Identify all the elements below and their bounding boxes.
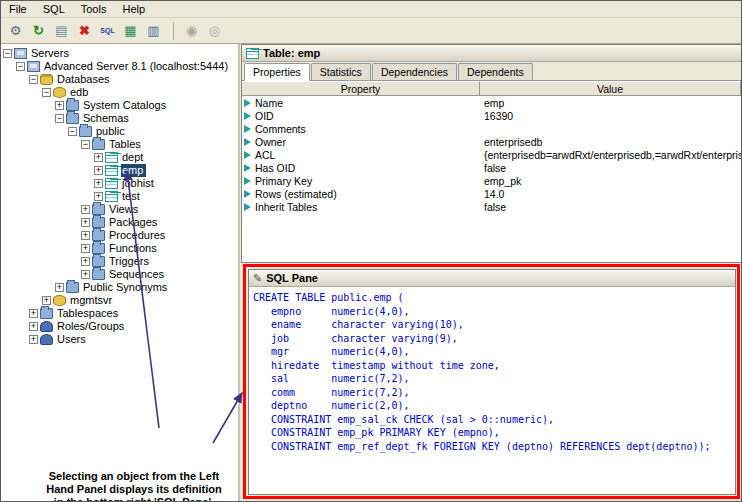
expander-icon[interactable] [81, 270, 90, 279]
expander-icon[interactable] [68, 127, 77, 136]
expander-icon[interactable] [94, 153, 103, 162]
tree-item-servers[interactable]: Servers [1, 47, 238, 60]
menu-file[interactable]: File [1, 2, 35, 16]
tree-item-schemas[interactable]: Schemas [1, 112, 238, 125]
tree-item-label-selected: emp [121, 164, 146, 177]
tree-item-jobhist[interactable]: jobhist [1, 177, 238, 190]
column-header-property[interactable]: Property [242, 81, 480, 96]
sql-line: deptno numeric(2,0), [253, 399, 733, 413]
tree-item-system-catalogs[interactable]: System Catalogs [1, 99, 238, 112]
expander-icon[interactable] [94, 179, 103, 188]
tree-item-users[interactable]: Users [1, 333, 238, 346]
tree-item-tables[interactable]: Tables [1, 138, 238, 151]
menu-help[interactable]: Help [114, 2, 153, 16]
property-icon [244, 112, 251, 120]
tree-item-tablespaces[interactable]: Tablespaces [1, 307, 238, 320]
tree-item-label: jobhist [121, 177, 157, 190]
tree-item-roles-groups[interactable]: Roles/Groups [1, 320, 238, 333]
tree-item-edb[interactable]: edb [1, 86, 238, 99]
property-row[interactable]: Inherit Tablesfalse [242, 200, 741, 213]
tab-properties[interactable]: Properties [244, 63, 310, 81]
property-row[interactable]: Nameemp [242, 96, 741, 109]
expander-icon[interactable] [29, 309, 38, 318]
table-icon [105, 191, 118, 202]
property-value: 16390 [480, 110, 741, 122]
view-data-button[interactable]: ▦ [120, 20, 142, 42]
database-icon [53, 87, 66, 98]
sql-line: comm numeric(7,2), [253, 386, 733, 400]
property-value: emp [480, 97, 741, 109]
tab-statistics[interactable]: Statistics [311, 63, 371, 80]
expander-icon[interactable] [81, 205, 90, 214]
toolbar: ⚙ ↻ ▤ ✖ SQL ▦ ▥ ◉ ◎ [1, 18, 741, 44]
refresh-button[interactable]: ↻ [28, 20, 50, 42]
tree-item-public[interactable]: public [1, 125, 238, 138]
expander-icon[interactable] [81, 140, 90, 149]
tree-item-sequences[interactable]: Sequences [1, 268, 238, 281]
expander-icon[interactable] [81, 244, 90, 253]
query-tool-button[interactable]: SQL [97, 20, 119, 42]
tree-item-mgmtsvr[interactable]: mgmtsvr [1, 294, 238, 307]
tree-item-functions[interactable]: Functions [1, 242, 238, 255]
folder-icon [66, 113, 79, 124]
tree-item-label: Tablespaces [56, 307, 121, 320]
expander-icon[interactable] [3, 49, 12, 58]
disabled-icon: ◎ [209, 24, 220, 37]
property-row[interactable]: Comments [242, 122, 741, 135]
menu-sql[interactable]: SQL [35, 2, 73, 16]
folder-icon [40, 308, 53, 319]
expander-icon[interactable] [55, 283, 64, 292]
tree-item-views[interactable]: Views [1, 203, 238, 216]
property-row[interactable]: Has OIDfalse [242, 161, 741, 174]
menu-tools[interactable]: Tools [73, 2, 115, 16]
property-value: enterprisedb [480, 136, 741, 148]
properties-button[interactable]: ▤ [51, 20, 73, 42]
expander-icon[interactable] [94, 192, 103, 201]
property-row[interactable]: Rows (estimated)14.0 [242, 187, 741, 200]
delete-icon: ✖ [79, 24, 90, 37]
expander-icon[interactable] [81, 231, 90, 240]
expander-icon[interactable] [42, 296, 51, 305]
expander-icon[interactable] [94, 166, 103, 175]
tree-item-dept[interactable]: dept [1, 151, 238, 164]
expander-icon[interactable] [29, 322, 38, 331]
property-row[interactable]: OID16390 [242, 109, 741, 122]
tree-item-label: mgmtsvr [69, 294, 115, 307]
expander-icon[interactable] [16, 62, 25, 71]
tree-item-label: Databases [56, 73, 113, 86]
sql-content[interactable]: CREATE TABLE public.emp ( empno numeric(… [249, 287, 735, 453]
table-data-icon: ▦ [124, 24, 136, 37]
tree-item-public-synonyms[interactable]: Public Synonyms [1, 281, 238, 294]
tab-dependents[interactable]: Dependents [458, 63, 533, 80]
property-value: false [480, 162, 741, 174]
tree-item-databases[interactable]: Databases [1, 73, 238, 86]
expander-icon[interactable] [42, 88, 51, 97]
expander-icon[interactable] [29, 75, 38, 84]
tree-item-label: Views [108, 203, 141, 216]
expander-icon[interactable] [81, 218, 90, 227]
property-value: {enterprisedb=arwdRxt/enterprisedb,=arwd… [480, 149, 741, 161]
tab-dependencies[interactable]: Dependencies [372, 63, 457, 80]
property-name: Primary Key [255, 175, 312, 187]
property-name: Owner [255, 136, 286, 148]
options-button[interactable]: ⚙ [5, 20, 27, 42]
tree-item-test[interactable]: test [1, 190, 238, 203]
expander-icon[interactable] [81, 257, 90, 266]
filter-data-button[interactable]: ▥ [143, 20, 165, 42]
column-header-value[interactable]: Value [480, 81, 741, 96]
tree-item-advanced-server[interactable]: Advanced Server 8.1 (localhost:5444) [1, 60, 238, 73]
drop-object-button[interactable]: ✖ [74, 20, 96, 42]
tree-item-label: Servers [30, 47, 72, 60]
property-row[interactable]: Ownerenterprisedb [242, 135, 741, 148]
property-row[interactable]: ACL{enterprisedb=arwdRxt/enterprisedb,=a… [242, 148, 741, 161]
expander-icon[interactable] [55, 101, 64, 110]
annotation-text: Selecting an object from the Left Hand P… [25, 470, 240, 502]
sql-line: CONSTRAINT emp_sal_ck CHECK (sal > 0::nu… [253, 413, 733, 427]
expander-icon[interactable] [29, 335, 38, 344]
property-row[interactable]: Primary Keyemp_pk [242, 174, 741, 187]
expander-icon[interactable] [55, 114, 64, 123]
tree-item-procedures[interactable]: Procedures [1, 229, 238, 242]
tree-item-packages[interactable]: Packages [1, 216, 238, 229]
tree-item-triggers[interactable]: Triggers [1, 255, 238, 268]
tree-item-emp[interactable]: emp [1, 164, 238, 177]
